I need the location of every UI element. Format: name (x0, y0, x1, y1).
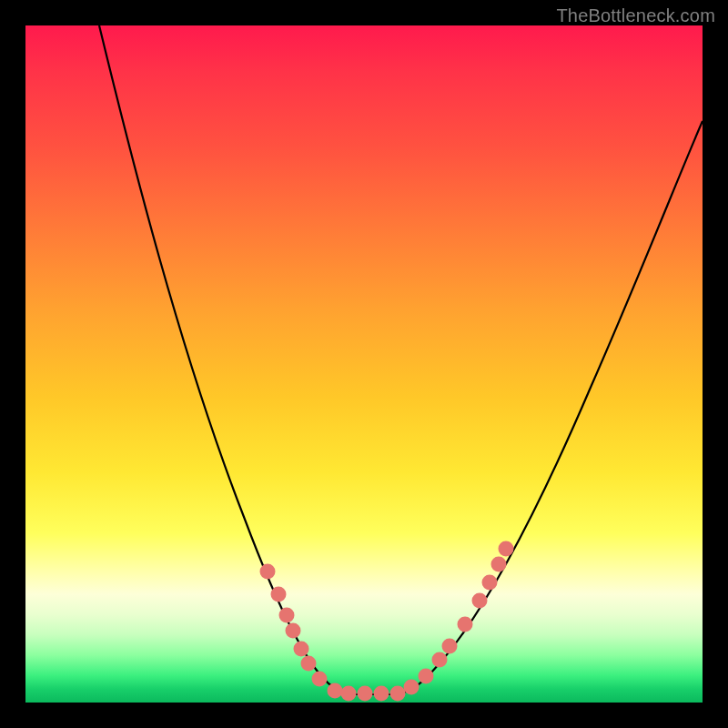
watermark-text: TheBottleneck.com (556, 5, 715, 26)
gradient-plot-area (25, 25, 703, 703)
